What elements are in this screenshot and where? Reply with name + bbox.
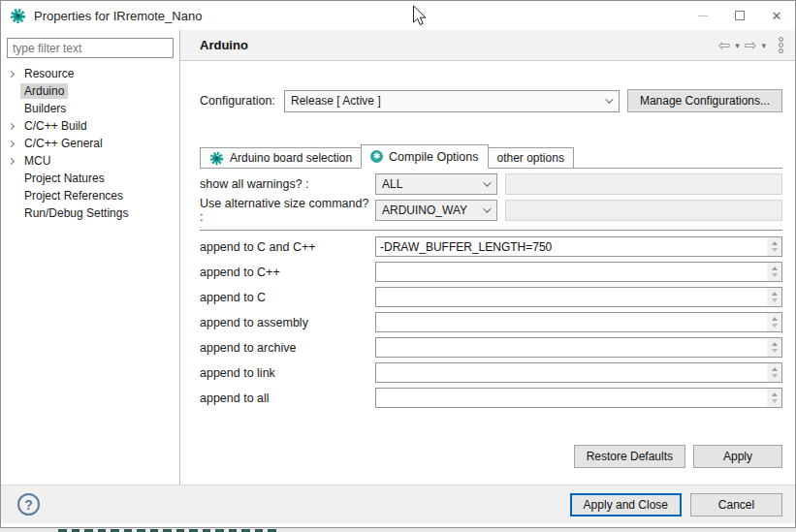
tree-item-label: Run/Debug Settings bbox=[20, 205, 132, 221]
field-spinner[interactable] bbox=[767, 288, 781, 306]
sidebar-tree: Resource Arduino Builders C/C++ Build C/… bbox=[1, 65, 179, 222]
tab-label: Compile Options bbox=[389, 150, 478, 164]
titlebar[interactable]: Properties for IRremote_Nano ✕ bbox=[1, 1, 795, 30]
append-row: append to C and C++ bbox=[200, 236, 782, 257]
configuration-label: Configuration: bbox=[200, 94, 284, 108]
field-spinner[interactable] bbox=[767, 313, 781, 331]
tree-item-label: MCU bbox=[20, 153, 54, 169]
append-field bbox=[375, 388, 782, 408]
sidebar-item-c-c-build[interactable]: C/C++ Build bbox=[1, 117, 179, 135]
page-title: Arduino bbox=[200, 38, 248, 52]
append-field bbox=[375, 262, 782, 282]
append-field bbox=[375, 312, 782, 332]
tab-arduino-board-selection[interactable]: Arduino board selection bbox=[200, 147, 362, 168]
sidebar-item-run-debug-settings[interactable]: Run/Debug Settings bbox=[1, 204, 179, 222]
spinner-up-icon bbox=[772, 392, 778, 396]
warnings-extra-field bbox=[505, 173, 782, 195]
field-spinner[interactable] bbox=[767, 237, 781, 256]
page-header: Arduino ⇦ ▾ ⇨ ▾ bbox=[180, 30, 795, 61]
spinner-down-icon bbox=[772, 324, 778, 328]
help-button question-icon[interactable]: ? bbox=[17, 493, 40, 516]
close-button[interactable]: ✕ bbox=[758, 1, 795, 30]
size-command-extra-field bbox=[505, 200, 782, 221]
append-row: append to assembly bbox=[200, 312, 782, 332]
sloeber-gear-icon bbox=[10, 8, 26, 24]
size-command-value: ARDUINO_WAY bbox=[382, 203, 483, 217]
append-label: append to C++ bbox=[200, 266, 375, 279]
sidebar-item-c-c-general[interactable]: C/C++ General bbox=[1, 135, 179, 152]
chevron-box bbox=[1, 159, 20, 164]
chevron-box bbox=[1, 72, 20, 77]
tab-other-options[interactable]: other options bbox=[488, 147, 574, 168]
append-rows: append to C and C++ append to C++ append… bbox=[200, 236, 782, 408]
warnings-label: show all warnings? : bbox=[200, 177, 375, 191]
append-input[interactable] bbox=[376, 338, 767, 357]
append-row: append to C bbox=[200, 287, 782, 307]
screen: Properties for IRremote_Nano ✕ Resource … bbox=[0, 0, 796, 532]
tab-compile-options[interactable]: ✱ Compile Options bbox=[361, 144, 488, 169]
expand-chevron-icon bbox=[7, 140, 14, 146]
sidebar-item-mcu[interactable]: MCU bbox=[1, 152, 179, 170]
panel-buttons: Restore Defaults Apply bbox=[200, 445, 782, 468]
sidebar-item-project-natures[interactable]: Project Natures bbox=[1, 170, 179, 187]
desktop-background bbox=[0, 528, 796, 532]
chevron-down-icon bbox=[605, 95, 613, 103]
header-toolbar: ⇦ ▾ ⇨ ▾ bbox=[718, 35, 785, 55]
warnings-select[interactable]: ALL bbox=[375, 173, 497, 195]
back-history-caret-icon[interactable]: ▾ bbox=[735, 41, 740, 50]
append-input[interactable] bbox=[376, 288, 767, 306]
append-input[interactable] bbox=[376, 237, 767, 256]
append-input[interactable] bbox=[376, 363, 767, 382]
append-field bbox=[375, 287, 782, 307]
tree-item-label: C/C++ Build bbox=[20, 118, 91, 134]
field-spinner[interactable] bbox=[767, 338, 781, 357]
append-label: append to C bbox=[200, 291, 375, 304]
back-button back-arrow-icon[interactable]: ⇦ bbox=[718, 38, 731, 52]
properties-dialog: Properties for IRremote_Nano ✕ Resource … bbox=[0, 0, 796, 528]
manage-configurations-button[interactable]: Manage Configurations... bbox=[627, 89, 782, 112]
configuration-select[interactable]: Release [ Active ] bbox=[284, 90, 620, 112]
footer-buttons: Apply and Close Cancel bbox=[570, 493, 782, 516]
spinner-down-icon bbox=[772, 374, 778, 378]
forward-history-caret-icon[interactable]: ▾ bbox=[761, 41, 766, 50]
spinner-down-icon bbox=[772, 248, 778, 252]
section-separator bbox=[200, 230, 782, 231]
field-spinner[interactable] bbox=[767, 389, 781, 407]
maximize-button[interactable] bbox=[721, 1, 758, 30]
append-input[interactable] bbox=[376, 389, 767, 407]
window-title: Properties for IRremote_Nano bbox=[34, 9, 202, 23]
apply-and-close-button[interactable]: Apply and Close bbox=[570, 493, 682, 516]
cancel-button[interactable]: Cancel bbox=[690, 493, 782, 516]
append-label: append to C and C++ bbox=[200, 240, 375, 254]
spinner-up-icon bbox=[772, 266, 778, 270]
spinner-up-icon bbox=[772, 367, 778, 371]
tree-item-label: Project References bbox=[20, 188, 127, 203]
spinner-up-icon bbox=[772, 241, 778, 245]
spinner-down-icon bbox=[772, 273, 778, 277]
warnings-row: show all warnings? : ALL bbox=[200, 173, 782, 195]
sidebar-item-builders[interactable]: Builders bbox=[1, 100, 179, 117]
field-spinner[interactable] bbox=[767, 363, 781, 382]
forward-button forward-arrow-icon[interactable]: ⇨ bbox=[745, 38, 757, 52]
chevron-box bbox=[1, 141, 20, 146]
append-input[interactable] bbox=[376, 313, 767, 331]
append-field bbox=[375, 236, 782, 257]
append-input[interactable] bbox=[376, 263, 767, 281]
apply-button[interactable]: Apply bbox=[693, 445, 782, 468]
tree-item-label: Builders bbox=[20, 101, 70, 116]
restore-defaults-button[interactable]: Restore Defaults bbox=[574, 445, 685, 468]
view-menu-button kebab-icon[interactable] bbox=[777, 35, 785, 55]
expand-chevron-icon bbox=[7, 70, 14, 77]
size-command-select[interactable]: ARDUINO_WAY bbox=[375, 200, 497, 221]
window-controls: ✕ bbox=[685, 1, 795, 30]
filter-input[interactable] bbox=[7, 38, 174, 58]
sidebar-item-project-references[interactable]: Project References bbox=[1, 187, 179, 204]
sidebar-item-resource[interactable]: Resource bbox=[1, 65, 179, 82]
sidebar-item-arduino[interactable]: Arduino bbox=[1, 82, 179, 100]
field-spinner[interactable] bbox=[767, 263, 781, 281]
configuration-value: Release [ Active ] bbox=[291, 94, 605, 108]
expand-chevron-icon bbox=[7, 157, 14, 164]
spinner-down-icon bbox=[772, 399, 778, 403]
append-row: append to C++ bbox=[200, 262, 782, 282]
minimize-button[interactable] bbox=[685, 1, 721, 30]
